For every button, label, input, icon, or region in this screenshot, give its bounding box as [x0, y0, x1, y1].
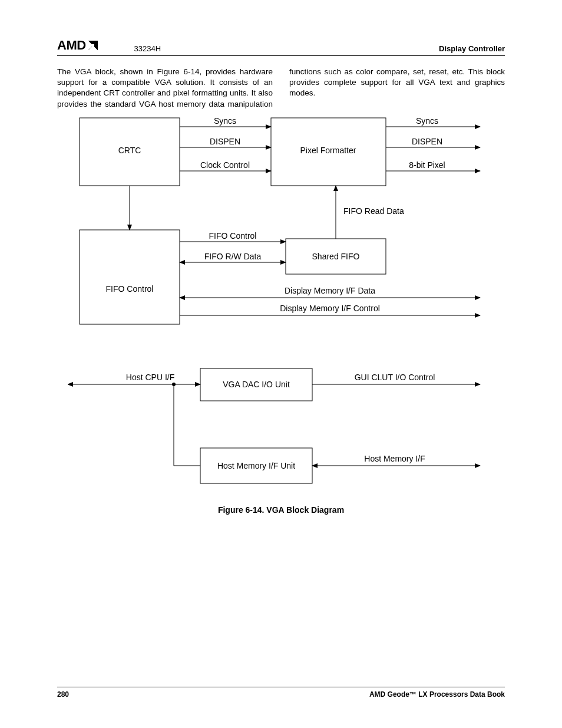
label-dispen1: DISPEN — [210, 137, 240, 146]
section-title: Display Controller — [439, 44, 505, 53]
label-fifo-read-data: FIFO Read Data — [343, 206, 404, 216]
vga-block-diagram: CRTC Pixel Formatter Syncs DISPEN Clock … — [68, 115, 492, 510]
block-host-mem-unit: Host Memory I/F Unit — [217, 461, 295, 470]
label-host-mem-if: Host Memory I/F — [364, 454, 425, 463]
label-dispen2: DISPEN — [412, 137, 442, 146]
label-disp-mem-data: Display Memory I/F Data — [285, 286, 375, 295]
block-crtc: CRTC — [118, 146, 141, 155]
book-title: AMD Geode™ LX Processors Data Book — [369, 690, 505, 699]
label-8bit-pixel: 8-bit Pixel — [409, 160, 445, 170]
page-number: 280 — [57, 690, 69, 699]
page-footer: 280 AMD Geode™ LX Processors Data Book — [57, 687, 505, 699]
svg-marker-1 — [92, 44, 94, 47]
label-clock-control: Clock Control — [200, 160, 250, 170]
label-syncs1: Syncs — [214, 116, 236, 126]
figure-caption: Figure 6-14. VGA Block Diagram — [0, 505, 562, 515]
page-header: AMD 33234H Display Controller — [57, 38, 505, 56]
doc-number: 33234H — [134, 44, 161, 53]
label-syncs2: Syncs — [416, 116, 438, 126]
amd-arrow-icon — [87, 39, 99, 51]
block-shared-fifo: Shared FIFO — [312, 252, 360, 261]
amd-logo: AMD — [57, 38, 99, 53]
block-pixel-formatter: Pixel Formatter — [300, 146, 356, 155]
body-paragraph: The VGA block, shown in Figure 6-14, pro… — [57, 67, 505, 110]
label-gui-clut: GUI CLUT I/O Control — [355, 373, 435, 382]
label-host-cpu-if: Host CPU I/F — [126, 373, 174, 382]
logo-text: AMD — [57, 38, 86, 53]
svg-rect-17 — [80, 230, 180, 324]
label-disp-mem-ctrl: Display Memory I/F Control — [280, 304, 380, 313]
block-vga-dac: VGA DAC I/O Unit — [223, 380, 290, 389]
block-fifo-control: FIFO Control — [106, 284, 154, 294]
label-fifo-rw-data: FIFO R/W Data — [204, 252, 262, 261]
label-fifo-control-sig: FIFO Control — [209, 231, 257, 241]
